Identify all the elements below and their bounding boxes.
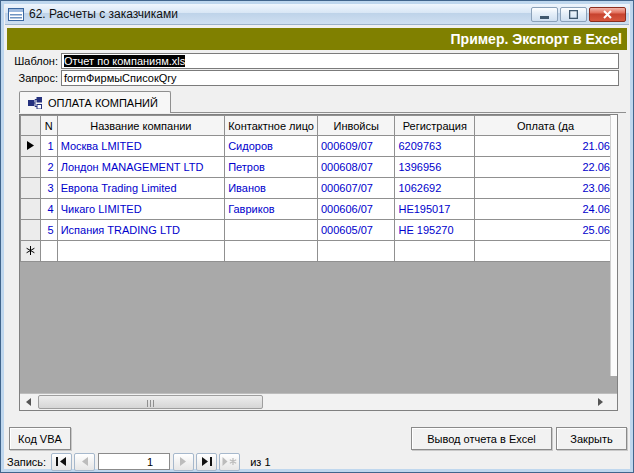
cell[interactable]: Гавриков: [225, 199, 318, 220]
maximize-icon: [569, 10, 578, 19]
empty-cell[interactable]: [225, 241, 318, 262]
empty-cell[interactable]: [40, 241, 57, 262]
export-excel-button[interactable]: Вывод отчета в Excel: [411, 427, 552, 450]
column-header-1[interactable]: Название компании: [57, 116, 224, 136]
scroll-right-button[interactable]: [592, 394, 609, 410]
empty-cell[interactable]: [317, 241, 394, 262]
cell[interactable]: 4: [40, 199, 57, 220]
cell[interactable]: 000608/07: [317, 157, 394, 178]
last-record-icon: [201, 457, 212, 466]
horizontal-scrollbar[interactable]: [20, 393, 617, 410]
column-header-4[interactable]: Регистрация: [395, 116, 475, 136]
datasheet-body: NНазвание компанииКонтактное лицоИнвойсы…: [20, 115, 617, 393]
empty-cell[interactable]: [395, 241, 475, 262]
cell[interactable]: 000609/07: [317, 136, 394, 157]
close-button[interactable]: [589, 7, 626, 22]
table-row: 2Лондон MANAGEMENT LTDПетров000608/07139…: [21, 157, 617, 178]
record-navigator: Запись: из 1: [7, 452, 271, 471]
app-window: 62. Расчеты с заказчиками Пример. Экспор…: [0, 0, 634, 473]
cell[interactable]: HE195017: [395, 199, 475, 220]
cell[interactable]: 25.06.: [475, 220, 617, 241]
datasheet: NНазвание компанииКонтактное лицоИнвойсы…: [19, 114, 618, 411]
cell[interactable]: 23.06.: [475, 178, 617, 199]
new-record-row: [21, 241, 617, 262]
previous-record-button[interactable]: [74, 453, 95, 471]
close-form-button[interactable]: Закрыть: [556, 427, 627, 450]
scroll-left-button[interactable]: [20, 394, 37, 410]
row-selector[interactable]: [21, 199, 41, 220]
close-icon: [603, 10, 612, 19]
next-record-button[interactable]: [173, 453, 194, 471]
cell[interactable]: 24.06.: [475, 199, 617, 220]
cell[interactable]: Петров: [225, 157, 318, 178]
cell[interactable]: 000606/07: [317, 199, 394, 220]
column-header-0[interactable]: N: [40, 116, 57, 136]
minimize-button[interactable]: [531, 7, 558, 22]
form-icon: [8, 8, 24, 21]
cell[interactable]: 000605/07: [317, 220, 394, 241]
cell[interactable]: Испания TRADING LTD: [57, 220, 224, 241]
record-number-input[interactable]: [98, 453, 170, 470]
subform-icon: [28, 97, 42, 109]
cell[interactable]: 3: [40, 178, 57, 199]
tab-payments[interactable]: ОПЛАТА КОМПАНИЙ: [19, 91, 171, 113]
select-all-cell[interactable]: [21, 116, 41, 136]
cell[interactable]: 21.06.: [475, 136, 617, 157]
template-label: Шаблон:: [5, 55, 58, 67]
caption-buttons: [531, 7, 626, 22]
next-record-icon: [179, 457, 188, 466]
cell[interactable]: 1396956: [395, 157, 475, 178]
cell[interactable]: 5: [40, 220, 57, 241]
cell[interactable]: HE 195270: [395, 220, 475, 241]
new-record-icon: [26, 246, 35, 255]
new-record-icon: [222, 457, 237, 466]
vba-button[interactable]: Код VBA: [9, 427, 71, 450]
template-value: Отчет по компаниям.xls: [64, 55, 185, 67]
row-selector[interactable]: [21, 157, 41, 178]
column-header-2[interactable]: Контактное лицо: [225, 116, 318, 136]
cell[interactable]: 6209763: [395, 136, 475, 157]
cell[interactable]: 22.06.: [475, 157, 617, 178]
cell[interactable]: [225, 220, 318, 241]
cell[interactable]: Иванов: [225, 178, 318, 199]
vertical-scrollbar[interactable]: [610, 115, 617, 376]
query-input[interactable]: formФирмыСписокQry: [61, 70, 619, 86]
template-input[interactable]: Отчет по компаниям.xls: [61, 53, 619, 69]
cell[interactable]: Сидоров: [225, 136, 318, 157]
scrollbar-thumb[interactable]: [38, 395, 263, 409]
cell[interactable]: 1: [40, 136, 57, 157]
page-title: Пример. Экспорт в Excel: [7, 28, 627, 50]
row-selector[interactable]: [21, 178, 41, 199]
column-header-5[interactable]: Оплата (да: [475, 116, 617, 136]
cell[interactable]: Европа Trading Limited: [57, 178, 224, 199]
cell[interactable]: 1062692: [395, 178, 475, 199]
cell[interactable]: 2: [40, 157, 57, 178]
window-title: 62. Расчеты с заказчиками: [29, 7, 531, 21]
new-record-button[interactable]: [219, 453, 240, 471]
record-label: Запись:: [7, 456, 46, 468]
last-record-button[interactable]: [196, 453, 217, 471]
previous-record-icon: [80, 457, 89, 466]
first-record-button[interactable]: [51, 453, 72, 471]
cell[interactable]: 000607/07: [317, 178, 394, 199]
empty-cell[interactable]: [57, 241, 224, 262]
column-header-3[interactable]: Инвойсы: [317, 116, 394, 136]
query-label: Запрос:: [5, 72, 58, 84]
row-selector[interactable]: [21, 136, 41, 157]
table-row: 4Чикаго LIMITEDГавриков000606/07HE195017…: [21, 199, 617, 220]
table-row: 5Испания TRADING LTD000605/07HE 19527025…: [21, 220, 617, 241]
table-row: 3Европа Trading LimitedИванов000607/0710…: [21, 178, 617, 199]
row-selector[interactable]: [21, 220, 41, 241]
new-row-selector[interactable]: [21, 241, 41, 262]
header-row: NНазвание компанииКонтактное лицоИнвойсы…: [21, 116, 617, 136]
scroll-left-icon: [26, 398, 31, 406]
record-count: из 1: [250, 456, 270, 468]
maximize-button[interactable]: [560, 7, 587, 22]
cell[interactable]: Лондон MANAGEMENT LTD: [57, 157, 224, 178]
cell[interactable]: Чикаго LIMITED: [57, 199, 224, 220]
minimize-icon: [540, 10, 549, 19]
cell[interactable]: Москва LMITED: [57, 136, 224, 157]
table-row: 1Москва LMITEDСидоров000609/07620976321.…: [21, 136, 617, 157]
empty-cell[interactable]: [475, 241, 617, 262]
current-record-icon: [27, 141, 34, 150]
